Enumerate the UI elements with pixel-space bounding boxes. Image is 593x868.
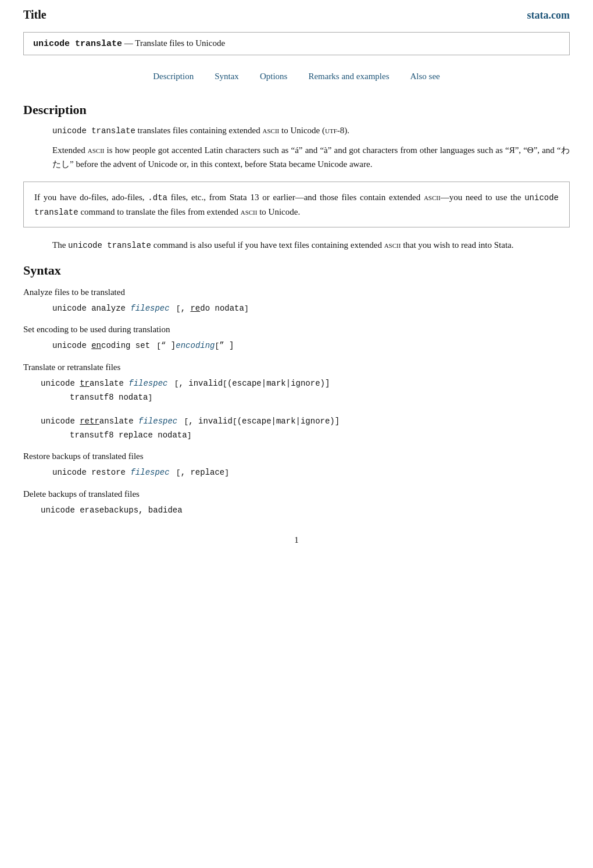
syntax-analyze-code: unicode analyze filespec [, redo nodata] xyxy=(52,302,570,316)
command-dash: — xyxy=(124,38,133,48)
syntax-translate-code1: unicode translate filespec [, invalid[(e… xyxy=(41,377,570,391)
stata-link[interactable]: stata.com xyxy=(527,9,570,22)
nav-tabs: Description Syntax Options Remarks and e… xyxy=(23,66,570,92)
tab-syntax[interactable]: Syntax xyxy=(215,72,239,81)
description-note-box: If you have do-files, ado-files, .dta fi… xyxy=(23,182,570,227)
filespec-4: filespec xyxy=(130,468,169,477)
syntax-retranslate-code2: transutf8 replace nodata] xyxy=(70,429,570,443)
description-section: Description unicode translate translates… xyxy=(23,102,570,252)
syntax-delete-code: unicode erasebackups, badidea xyxy=(41,504,570,518)
description-para2: Extended ascii is how people got accente… xyxy=(52,143,570,171)
syntax-encoding-code: unicode encoding set [“ ]encoding[” ] xyxy=(52,339,570,353)
command-description: Translate files to Unicode xyxy=(135,38,225,48)
dta-code: .dta xyxy=(148,193,167,202)
tab-description[interactable]: Description xyxy=(153,72,194,81)
syntax-encoding-block: unicode encoding set [“ ]encoding[” ] xyxy=(52,339,570,353)
command-name: unicode translate xyxy=(33,39,122,49)
syntax-encoding-label: Set encoding to be used during translati… xyxy=(23,325,570,335)
unicode-translate-code2: unicode translate xyxy=(34,193,559,216)
syntax-heading: Syntax xyxy=(23,263,570,278)
syntax-section: Syntax Analyze files to be translated un… xyxy=(23,263,570,518)
description-para3: The unicode translate command is also us… xyxy=(52,238,570,252)
filespec-2: filespec xyxy=(128,379,167,388)
syntax-translate-label: Translate or retranslate files xyxy=(23,362,570,372)
description-para1: unicode translate translates files conta… xyxy=(52,123,570,137)
command-summary-box: unicode translate — Translate files to U… xyxy=(23,32,570,55)
syntax-restore-label: Restore backups of translated files xyxy=(23,451,570,461)
tab-remarks[interactable]: Remarks and examples xyxy=(308,72,389,81)
tab-also-see[interactable]: Also see xyxy=(410,72,440,81)
desc-para1-text: translates files containing extended asc… xyxy=(138,126,349,135)
page-title: Title xyxy=(23,8,47,22)
unicode-translate-code1: unicode translate xyxy=(52,126,135,136)
note-text: If you have do-files, ado-files, .dta fi… xyxy=(34,193,559,216)
unicode-translate-code3: unicode translate xyxy=(68,241,151,250)
tab-options[interactable]: Options xyxy=(260,72,288,81)
page-header: Title stata.com xyxy=(23,0,570,26)
syntax-analyze-block: unicode analyze filespec [, redo nodata] xyxy=(52,302,570,316)
syntax-translate-block: unicode translate filespec [, invalid[(e… xyxy=(41,377,570,442)
description-heading: Description xyxy=(23,102,570,118)
syntax-delete-label: Delete backups of translated files xyxy=(23,489,570,499)
syntax-analyze-label: Analyze files to be translated xyxy=(23,287,570,297)
syntax-restore-block: unicode restore filespec [, replace] xyxy=(52,466,570,480)
page-number: 1 xyxy=(23,535,570,545)
syntax-translate-code2: transutf8 nodata] xyxy=(70,391,570,405)
encoding-arg: encoding xyxy=(176,341,215,350)
syntax-delete-block: unicode erasebackups, badidea xyxy=(41,504,570,518)
filespec-1: filespec xyxy=(130,304,169,313)
syntax-restore-code: unicode restore filespec [, replace] xyxy=(52,466,570,480)
filespec-3: filespec xyxy=(138,417,177,426)
syntax-retranslate-code1: unicode retranslate filespec [, invalid[… xyxy=(41,415,570,429)
